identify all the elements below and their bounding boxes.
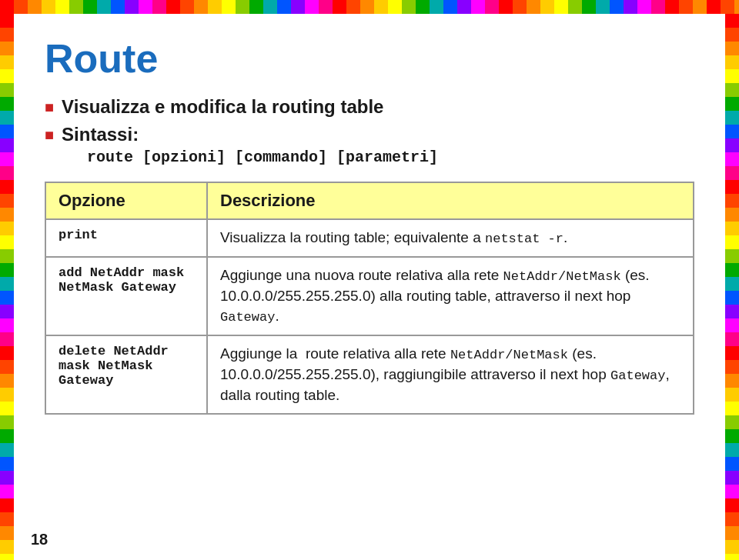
page-number: 18 [31, 531, 48, 548]
description-add: Aggiunge una nuova route relativa alla r… [207, 257, 694, 335]
description-delete: Aggiunge la route relativa alla rete Net… [207, 335, 694, 414]
subtitle: Visualizza e modifica la routing table [45, 96, 694, 118]
page-title: Route [45, 37, 694, 81]
top-squares-bar [0, 0, 739, 14]
option-print: print [45, 219, 207, 257]
mono-gateway: Gateway [220, 310, 275, 325]
right-squares-strip [725, 14, 739, 560]
table-row: print Visualizza la routing table; equiv… [45, 219, 694, 257]
left-squares-strip [0, 14, 14, 560]
description-print: Visualizza la routing table; equivalente… [207, 219, 694, 257]
mono-netstat: netstat -r [485, 232, 563, 246]
route-table: Opzione Descrizione print Visualizza la … [45, 182, 694, 415]
table-header-option: Opzione [45, 182, 207, 219]
mono-netaddr-netmask2: NetAddr/NetMask [450, 348, 568, 362]
main-content: Route Visualizza e modifica la routing t… [14, 14, 725, 560]
mono-gateway2: Gateway [610, 368, 665, 383]
mono-netaddr-netmask: NetAddr/NetMask [503, 269, 621, 284]
syntax-line: route [opzioni] [commando] [parametri] [87, 148, 694, 166]
sintassi-label: Sintassi: [45, 124, 694, 145]
table-header-description: Descrizione [207, 182, 694, 219]
table-row: delete NetAddr mask NetMask Gateway Aggi… [45, 335, 694, 414]
table-row: add NetAddr mask NetMask Gateway Aggiung… [45, 257, 694, 335]
option-delete: delete NetAddr mask NetMask Gateway [45, 335, 207, 414]
option-add: add NetAddr mask NetMask Gateway [45, 257, 207, 335]
